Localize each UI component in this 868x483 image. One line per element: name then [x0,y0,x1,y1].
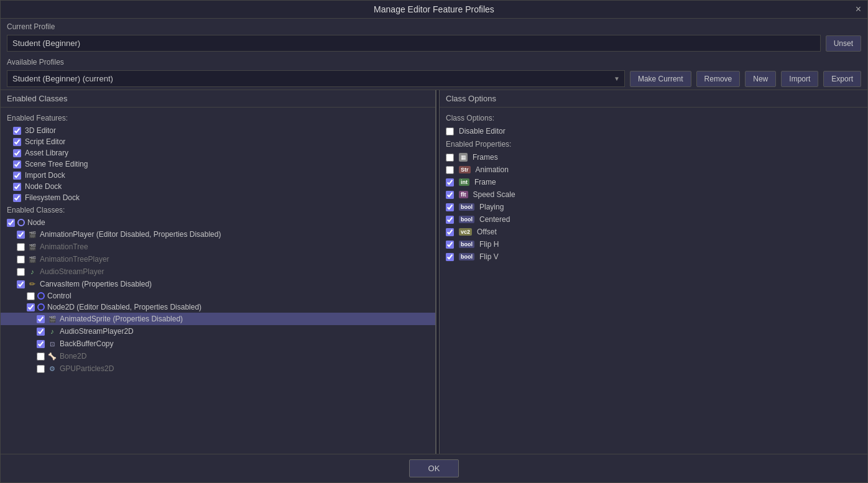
feature-3d-editor-checkbox[interactable] [13,127,21,135]
feature-asset-library-label: Asset Library [25,149,68,157]
prop-fliph: bool Flip H [440,238,867,251]
class-audiostreamplayer: ♪ AudioStreamPlayer [1,265,435,278]
right-panel: Class Options Class Options: Disable Edi… [440,90,867,454]
class-audiostreamplayer2d-label: AudioStreamPlayer2D [60,327,134,336]
class-canvasitem-checkbox[interactable] [17,280,25,288]
prop-playing-checkbox[interactable] [446,203,454,211]
dialog: Manage Editor Feature Profiles × Current… [0,0,868,483]
unset-button[interactable]: Unset [826,35,861,52]
feature-node-dock-checkbox[interactable] [13,183,21,191]
prop-speedscale-checkbox[interactable] [446,191,454,199]
prop-offset-checkbox[interactable] [446,228,454,236]
class-animationplayer-label: AnimationPlayer (Editor Disabled, Proper… [40,230,221,239]
prop-fliph-checkbox[interactable] [446,241,454,249]
feature-scene-tree-label: Scene Tree Editing [25,160,88,168]
control-icon [37,292,45,300]
feature-3d-editor-label: 3D Editor [25,126,56,135]
animationtree-icon: 🎬 [27,242,37,252]
enabled-classes-header: Enabled Classes [1,90,435,108]
class-audiostreamplayer-label: AudioStreamPlayer [40,267,104,276]
prop-offset-label: Offset [477,228,497,236]
class-node2d-label: Node2D (Editor Disabled, Properties Disa… [47,303,201,311]
prop-animation-checkbox[interactable] [446,166,454,174]
prop-flipv-checkbox[interactable] [446,253,454,261]
prop-frames-checkbox[interactable] [446,154,454,162]
class-control: Control [1,290,435,301]
class-animationplayer: 🎬 AnimationPlayer (Editor Disabled, Prop… [1,228,435,241]
export-button[interactable]: Export [823,71,861,87]
close-button[interactable]: × [856,4,861,14]
title-bar: Manage Editor Feature Profiles × [1,1,867,19]
class-bone2d-checkbox[interactable] [37,352,45,361]
profile-select[interactable]: Student (Beginner) (current) [7,70,625,87]
left-panel-scroll[interactable]: Enabled Features: 3D Editor Script Edito… [1,108,435,454]
prop-speedscale-label: Speed Scale [473,190,515,199]
ok-button[interactable]: OK [409,459,459,477]
class-node2d: Node2D (Editor Disabled, Properties Disa… [1,301,435,313]
profile-select-wrapper: Student (Beginner) (current) ▼ [7,70,625,87]
make-current-button[interactable]: Make Current [630,71,691,87]
class-animationtreeplayer-checkbox[interactable] [17,255,25,264]
class-animationtree: 🎬 AnimationTree [1,241,435,253]
disable-editor-checkbox[interactable] [446,127,454,136]
current-profile-label: Current Profile [1,19,867,32]
speedscale-type-badge: flt [459,191,468,198]
node-icon [17,219,25,226]
class-node-checkbox[interactable] [7,219,15,227]
class-animationtree-label: AnimationTree [40,242,88,251]
feature-filesystem-dock: Filesystem Dock [1,192,435,203]
feature-filesystem-dock-checkbox[interactable] [13,194,21,202]
feature-asset-library: Asset Library [1,147,435,159]
class-animationtree-checkbox[interactable] [17,243,25,251]
class-node-label: Node [27,218,45,227]
class-backbuffercopy-checkbox[interactable] [37,340,45,348]
feature-import-dock-checkbox[interactable] [13,172,21,180]
prop-frames-label: Frames [473,153,498,162]
feature-asset-library-checkbox[interactable] [13,149,21,157]
class-animatedsprite-checkbox[interactable] [37,315,45,323]
feature-script-editor-checkbox[interactable] [13,138,21,146]
bottom-bar: OK [1,454,867,482]
prop-animation: Str Animation [440,163,867,176]
remove-button[interactable]: Remove [696,71,741,87]
class-node2d-checkbox[interactable] [27,303,35,311]
class-options-header: Class Options [440,90,867,108]
animationtreeplayer-icon: 🎬 [27,254,37,264]
class-bone2d: 🦴 Bone2D [1,350,435,362]
prop-animation-label: Animation [476,165,509,174]
class-animatedsprite: 🎬 AnimatedSprite (Properties Disabled) [1,313,435,325]
disable-editor-label: Disable Editor [459,127,506,136]
audiostreamplayer2d-icon: ♪ [47,326,57,336]
feature-script-editor: Script Editor [1,136,435,147]
class-gpuparticles2d-checkbox[interactable] [37,365,45,373]
feature-node-dock: Node Dock [1,181,435,192]
audiostreamplayer-icon: ♪ [27,267,37,277]
class-audiostreamplayer2d-checkbox[interactable] [37,328,45,336]
class-audiostreamplayer2d: ♪ AudioStreamPlayer2D [1,325,435,338]
gpuparticles2d-icon: ⚙ [47,364,57,374]
class-audiostreamplayer-checkbox[interactable] [17,268,25,276]
prop-centered-label: Centered [479,215,510,224]
prop-frame: int Frame [440,176,867,188]
prop-frame-label: Frame [474,178,496,186]
feature-filesystem-dock-label: Filesystem Dock [25,193,80,202]
import-button[interactable]: Import [781,71,818,87]
class-gpuparticles2d-label: GPUParticles2D [60,364,114,373]
prop-frame-checkbox[interactable] [446,178,454,186]
right-panel-scroll[interactable]: Class Options: Disable Editor Enabled Pr… [440,108,867,454]
backbuffercopy-icon: ⊡ [47,339,57,349]
feature-3d-editor: 3D Editor [1,125,435,136]
class-animationtreeplayer: 🎬 AnimationTreePlayer [1,253,435,265]
new-button[interactable]: New [745,71,776,87]
class-control-checkbox[interactable] [27,292,35,300]
current-profile-row: Student (Beginner) Unset [1,32,867,54]
offset-type-badge: vc2 [459,228,472,236]
class-animationplayer-checkbox[interactable] [17,231,25,239]
class-canvasitem: ✏ CanvasItem (Properties Disabled) [1,278,435,290]
feature-scene-tree-checkbox[interactable] [13,160,21,168]
prop-centered-checkbox[interactable] [446,216,454,224]
class-animationtreeplayer-label: AnimationTreePlayer [40,255,109,264]
animationplayer-icon: 🎬 [27,229,37,239]
fliph-type-badge: bool [459,241,474,248]
centered-type-badge: bool [459,216,474,223]
